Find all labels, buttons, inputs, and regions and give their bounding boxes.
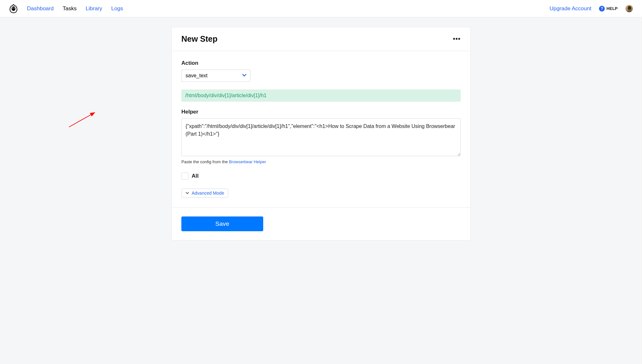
- card-title: New Step: [181, 34, 218, 44]
- help-label: HELP: [606, 6, 618, 11]
- more-menu-button[interactable]: •••: [453, 35, 461, 43]
- help-icon: ?: [599, 6, 605, 12]
- svg-line-6: [69, 113, 95, 127]
- nav-library[interactable]: Library: [86, 5, 102, 12]
- nav-right: Upgrade Account ? HELP: [550, 5, 633, 13]
- top-nav: Dashboard Tasks Library Logs Upgrade Acc…: [0, 0, 642, 17]
- all-checkbox-label: All: [192, 173, 199, 179]
- helper-label: Helper: [181, 109, 461, 115]
- all-checkbox-row: All: [181, 173, 461, 180]
- svg-point-4: [627, 10, 632, 13]
- nav-dashboard[interactable]: Dashboard: [27, 5, 54, 12]
- app-logo[interactable]: [9, 4, 18, 13]
- card-footer: Save: [172, 207, 470, 240]
- svg-point-0: [12, 6, 15, 11]
- helper-hint-link[interactable]: Browserbear Helper: [229, 159, 266, 164]
- action-select-wrap: [181, 70, 250, 82]
- nav-left: Dashboard Tasks Library Logs: [9, 4, 123, 13]
- help-button[interactable]: ? HELP: [599, 6, 618, 12]
- advanced-mode-label: Advanced Mode: [192, 190, 224, 196]
- card-header: New Step •••: [172, 27, 470, 51]
- helper-hint: Paste the config from the Browserbear He…: [181, 159, 461, 164]
- advanced-row: Advanced Mode: [181, 189, 461, 198]
- advanced-mode-button[interactable]: Advanced Mode: [181, 189, 228, 198]
- all-checkbox[interactable]: [181, 173, 188, 180]
- upgrade-account-link[interactable]: Upgrade Account: [550, 5, 591, 12]
- annotation-arrow-icon: [67, 80, 100, 129]
- page-content: New Step ••• Action /html/body/div/div[1…: [0, 17, 642, 250]
- nav-tasks[interactable]: Tasks: [63, 5, 76, 12]
- nav-links: Dashboard Tasks Library Logs: [27, 5, 123, 12]
- action-label: Action: [181, 60, 461, 66]
- action-select[interactable]: [181, 70, 250, 82]
- save-button[interactable]: Save: [181, 216, 263, 231]
- xpath-banner: /html/body/div/div[1]/article/div[1]/h1: [181, 89, 461, 102]
- new-step-card: New Step ••• Action /html/body/div/div[1…: [171, 27, 471, 241]
- svg-point-2: [14, 7, 15, 8]
- svg-point-1: [12, 7, 13, 8]
- user-avatar[interactable]: [625, 5, 633, 13]
- card-body: Action /html/body/div/div[1]/article/div…: [172, 51, 470, 207]
- nav-logs[interactable]: Logs: [111, 5, 123, 12]
- helper-textarea[interactable]: [181, 118, 461, 156]
- chevron-down-icon: [186, 190, 189, 196]
- helper-hint-text: Paste the config from the: [181, 159, 229, 164]
